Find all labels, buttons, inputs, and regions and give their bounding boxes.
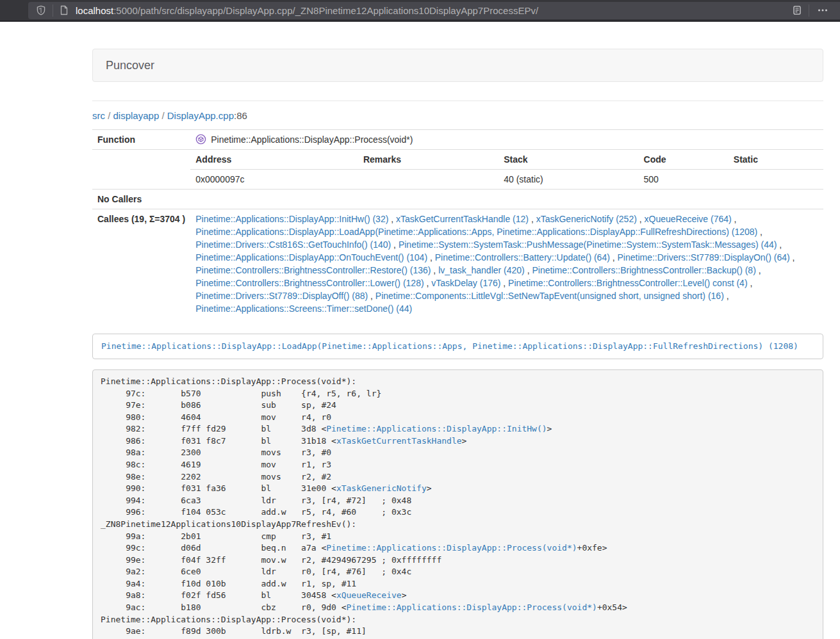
breadcrumb-separator: / <box>105 110 113 121</box>
reader-mode-icon[interactable] <box>792 5 802 15</box>
col-code: Code <box>639 150 729 170</box>
breadcrumb-separator: / <box>159 110 167 121</box>
metrics-row: Address Remarks Stack Code Static 0x0000… <box>92 150 823 190</box>
no-callers-label: No Callers <box>92 190 190 209</box>
callees-label: Callees (19, Σ=3704 ) <box>92 209 190 319</box>
breadcrumb-link-src[interactable]: src <box>92 110 105 121</box>
symbol-panel: Pinetime::Applications::DisplayApp::Load… <box>92 334 823 359</box>
code-block: Pinetime::Applications::DisplayApp::Proc… <box>92 369 823 639</box>
url-text[interactable]: localhost:5000/path/src/displayapp/Displ… <box>76 5 792 16</box>
url-bar[interactable]: localhost:5000/path/src/displayapp/Displ… <box>28 2 840 19</box>
col-address: Address <box>190 150 358 170</box>
url-path: :5000/path/src/displayapp/DisplayApp.cpp… <box>113 5 538 16</box>
breadcrumb-link-displayapp[interactable]: displayapp <box>113 110 160 121</box>
callee-link[interactable]: Pinetime::Drivers::St7789::DisplayOn() (… <box>618 252 790 263</box>
stack-value: 40 (static) <box>498 170 638 190</box>
brand-puncover[interactable]: Puncover <box>106 59 154 72</box>
callee-link[interactable]: Pinetime::Controllers::BrightnessControl… <box>508 278 747 288</box>
page-icon[interactable] <box>60 5 69 15</box>
function-label: Function <box>92 130 190 150</box>
col-stack: Stack <box>498 150 638 170</box>
symbol-cube-icon <box>195 134 206 145</box>
callee-link[interactable]: Pinetime::Applications::DisplayApp::Load… <box>195 227 757 237</box>
function-name: Pinetime::Applications::DisplayApp::Proc… <box>211 134 413 145</box>
code-symbol-link[interactable]: xTaskGenericNotify <box>336 483 427 493</box>
breadcrumb-line-number: :86 <box>234 110 247 121</box>
callee-link[interactable]: Pinetime::Components::LittleVgl::SetNewT… <box>375 291 724 301</box>
address-value: 0x0000097c <box>190 170 358 190</box>
page-container: Puncover src / displayapp / DisplayApp.c… <box>92 22 823 639</box>
remarks-value <box>358 170 498 190</box>
code-value: 500 <box>639 170 729 190</box>
col-remarks: Remarks <box>358 150 498 170</box>
callee-link[interactable]: vTaskDelay (176) <box>431 278 500 288</box>
function-table: Function Pinetime::Applications::Display… <box>92 129 823 318</box>
urlbar-divider-2 <box>809 4 809 17</box>
function-row: Function Pinetime::Applications::Display… <box>92 130 823 150</box>
callee-link[interactable]: xTaskGenericNotify (252) <box>536 214 637 224</box>
callee-link[interactable]: Pinetime::Applications::DisplayApp::OnTo… <box>195 252 427 263</box>
callee-link[interactable]: Pinetime::Controllers::BrightnessControl… <box>195 278 424 288</box>
navbar: Puncover <box>92 49 823 82</box>
page-actions-ellipsis-icon[interactable] <box>817 5 828 15</box>
callee-link[interactable]: xTaskGetCurrentTaskHandle (12) <box>396 214 529 224</box>
callee-link[interactable]: Pinetime::Drivers::St7789::DisplayOff() … <box>195 291 368 301</box>
callers-row: No Callers <box>92 190 823 209</box>
code-symbol-link[interactable]: xQueueReceive <box>336 590 402 600</box>
loadapp-symbol-link[interactable]: Pinetime::Applications::DisplayApp::Load… <box>101 341 798 351</box>
code-symbol-link[interactable]: Pinetime::Applications::DisplayApp::Init… <box>326 424 547 433</box>
metrics-table: Address Remarks Stack Code Static 0x0000… <box>190 150 823 189</box>
urlbar-divider <box>53 4 53 17</box>
callees-row: Callees (19, Σ=3704 ) Pinetime::Applicat… <box>92 209 823 319</box>
callee-link[interactable]: Pinetime::Controllers::Battery::Update()… <box>435 252 610 263</box>
callees-list: Pinetime::Applications::DisplayApp::Init… <box>190 209 823 319</box>
callee-link[interactable]: Pinetime::Drivers::Cst816S::GetTouchInfo… <box>195 239 391 250</box>
callee-link[interactable]: Pinetime::Applications::Screens::Timer::… <box>195 303 412 314</box>
metrics-values-row: 0x0000097c 40 (static) 500 <box>190 170 823 190</box>
callee-link[interactable]: lv_task_handler (420) <box>438 265 525 275</box>
code-symbol-link[interactable]: xTaskGetCurrentTaskHandle <box>336 436 462 446</box>
static-value <box>729 170 823 190</box>
col-static: Static <box>729 150 823 170</box>
callee-link[interactable]: Pinetime::System::SystemTask::PushMessag… <box>399 239 777 250</box>
callee-link[interactable]: xQueueReceive (764) <box>645 214 732 224</box>
callee-link[interactable]: Pinetime::Controllers::BrightnessControl… <box>532 265 755 275</box>
callee-link[interactable]: Pinetime::Controllers::BrightnessControl… <box>195 265 431 275</box>
breadcrumb-link-displayapp-cpp[interactable]: DisplayApp.cpp <box>167 110 234 121</box>
url-host: localhost <box>76 5 113 16</box>
shield-icon[interactable] <box>36 5 46 15</box>
code-symbol-link[interactable]: Pinetime::Applications::DisplayApp::Proc… <box>347 603 597 612</box>
browser-toolbar: localhost:5000/path/src/displayapp/Displ… <box>0 0 840 22</box>
callee-link[interactable]: Pinetime::Applications::DisplayApp::Init… <box>195 214 388 224</box>
breadcrumb: src / displayapp / DisplayApp.cpp:86 <box>92 101 823 129</box>
code-symbol-link[interactable]: Pinetime::Applications::DisplayApp::Proc… <box>326 543 577 553</box>
